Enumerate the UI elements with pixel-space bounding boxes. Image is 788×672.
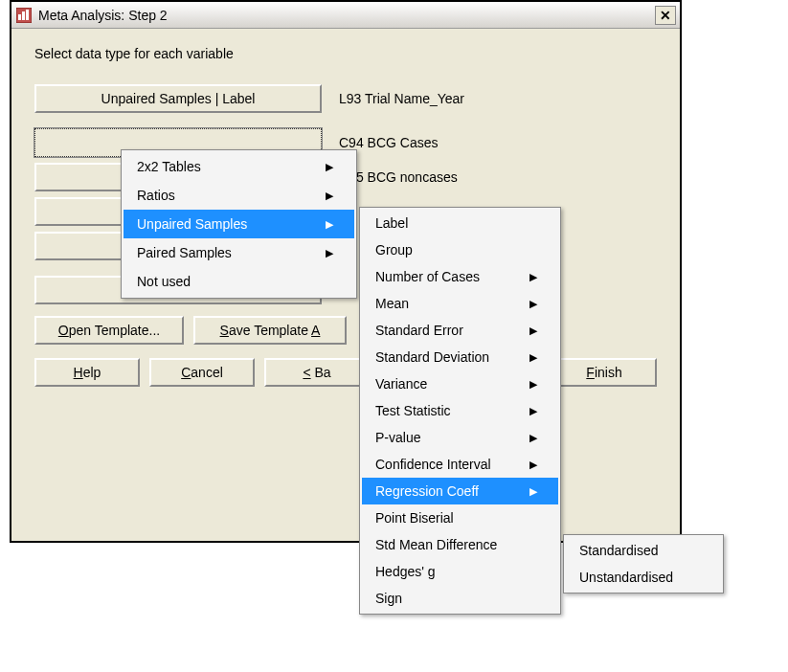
menu-label: Standardised — [579, 543, 659, 558]
menu-label: Label — [375, 215, 408, 231]
menu-label: Number of Cases — [375, 269, 480, 284]
submenu-arrow-icon: ▶ — [529, 298, 537, 310]
menu-item-notused[interactable]: Not used — [124, 267, 354, 296]
context-menu-1: 2x2 Tables ▶ Ratios ▶ Unpaired Samples ▶… — [121, 149, 357, 299]
menu-item-ci[interactable]: Confidence Interval ▶ — [362, 451, 558, 478]
submenu-arrow-icon: ▶ — [529, 351, 537, 364]
submenu-arrow-icon: ▶ — [529, 325, 537, 337]
submenu-arrow-icon: ▶ — [529, 405, 537, 417]
menu-label: Paired Samples — [137, 245, 232, 260]
menu-label: Point Biserial — [375, 510, 454, 526]
menu-label: Unstandardised — [579, 570, 673, 585]
open-template-button[interactable]: Open Template... — [34, 316, 184, 345]
svg-rect-3 — [26, 10, 29, 20]
close-button[interactable]: ✕ — [655, 6, 676, 25]
svg-rect-1 — [18, 14, 21, 20]
titlebar: Meta Analysis: Step 2 ✕ — [11, 2, 680, 29]
menu-label: Std Mean Difference — [375, 537, 497, 552]
menu-item-label[interactable]: Label — [362, 210, 558, 236]
menu-label: Hedges' g — [375, 564, 436, 579]
button-label: Help — [74, 365, 101, 380]
submenu-arrow-icon: ▶ — [326, 190, 333, 202]
menu-item-2x2[interactable]: 2x2 Tables ▶ — [124, 152, 354, 181]
menu-item-paired[interactable]: Paired Samples ▶ — [124, 238, 354, 267]
template-buttons: Open Template... Save Template A — [34, 316, 657, 345]
menu-item-unpaired[interactable]: Unpaired Samples ▶ — [124, 210, 354, 238]
cancel-button[interactable]: Cancel — [149, 358, 255, 387]
menu-item-stddev[interactable]: Standard Deviation ▶ — [362, 344, 558, 370]
menu-label: Confidence Interval — [375, 457, 491, 472]
menu-item-teststat[interactable]: Test Statistic ▶ — [362, 397, 558, 424]
variable-row: Unpaired Samples | Label L93 Trial Name_… — [34, 84, 657, 113]
save-template-button[interactable]: Save Template A — [193, 316, 347, 345]
menu-label: Ratios — [137, 188, 175, 203]
svg-rect-2 — [22, 11, 25, 20]
submenu-arrow-icon: ▶ — [326, 161, 333, 173]
menu-label: P-value — [375, 430, 420, 445]
menu-item-ratios[interactable]: Ratios ▶ — [124, 181, 354, 210]
submenu-arrow-icon: ▶ — [529, 485, 537, 498]
instruction-text: Select data type for each variable — [34, 46, 657, 61]
menu-label: Variance — [375, 376, 427, 392]
menu-item-sign[interactable]: Sign — [362, 585, 558, 612]
menu-item-hedges[interactable]: Hedges' g — [362, 558, 558, 585]
select-type-button-1[interactable]: Unpaired Samples | Label — [34, 84, 322, 113]
menu-label: Test Statistic — [375, 403, 451, 418]
close-icon: ✕ — [660, 8, 671, 23]
submenu-arrow-icon: ▶ — [529, 432, 537, 444]
app-icon — [15, 7, 33, 24]
help-button[interactable]: Help — [34, 358, 140, 387]
submenu-arrow-icon: ▶ — [529, 271, 537, 283]
menu-label: Sign — [375, 591, 402, 606]
menu-item-pointbiserial[interactable]: Point Biserial — [362, 504, 558, 531]
button-label: Unpaired Samples | Label — [101, 91, 256, 106]
submenu-arrow-icon: ▶ — [326, 247, 333, 259]
menu-item-mean[interactable]: Mean ▶ — [362, 290, 558, 317]
menu-item-pvalue[interactable]: P-value ▶ — [362, 424, 558, 451]
submenu-arrow-icon: ▶ — [326, 218, 333, 231]
context-menu-3: Standardised Unstandardised — [563, 534, 724, 594]
menu-label: Regression Coeff — [375, 483, 479, 499]
menu-item-ncases[interactable]: Number of Cases ▶ — [362, 263, 558, 290]
menu-label: 2x2 Tables — [137, 159, 201, 174]
back-button[interactable]: < Ba — [264, 358, 370, 387]
menu-label: Group — [375, 242, 413, 258]
menu-label: Mean — [375, 296, 409, 311]
button-label: Open Template... — [58, 323, 160, 338]
context-menu-2: Label Group Number of Cases ▶ Mean ▶ Sta… — [359, 207, 561, 615]
menu-item-group[interactable]: Group — [362, 236, 558, 263]
button-label: Cancel — [181, 365, 223, 380]
finish-button[interactable]: Finish — [552, 358, 657, 387]
menu-item-standardised[interactable]: Standardised — [566, 537, 721, 564]
menu-label: Not used — [137, 274, 191, 289]
wizard-buttons: Help Cancel < Ba Finish — [34, 358, 657, 387]
menu-item-unstandardised[interactable]: Unstandardised — [566, 564, 721, 591]
button-label: < Ba — [303, 365, 330, 380]
menu-item-variance[interactable]: Variance ▶ — [362, 370, 558, 397]
menu-item-regcoeff[interactable]: Regression Coeff ▶ — [362, 478, 558, 504]
variable-label: L93 Trial Name_Year — [339, 91, 464, 106]
submenu-arrow-icon: ▶ — [529, 378, 537, 391]
menu-label: Standard Error — [375, 323, 463, 338]
menu-label: Unpaired Samples — [137, 216, 247, 232]
button-label: Save Template A — [220, 323, 321, 338]
button-label: Finish — [586, 365, 621, 380]
menu-item-stderr[interactable]: Standard Error ▶ — [362, 317, 558, 344]
variable-label: C94 BCG Cases — [339, 135, 438, 150]
titlebar-text: Meta Analysis: Step 2 — [38, 8, 655, 23]
menu-item-stdmeandiff[interactable]: Std Mean Difference — [362, 531, 558, 558]
submenu-arrow-icon: ▶ — [529, 459, 537, 471]
menu-label: Standard Deviation — [375, 349, 489, 365]
